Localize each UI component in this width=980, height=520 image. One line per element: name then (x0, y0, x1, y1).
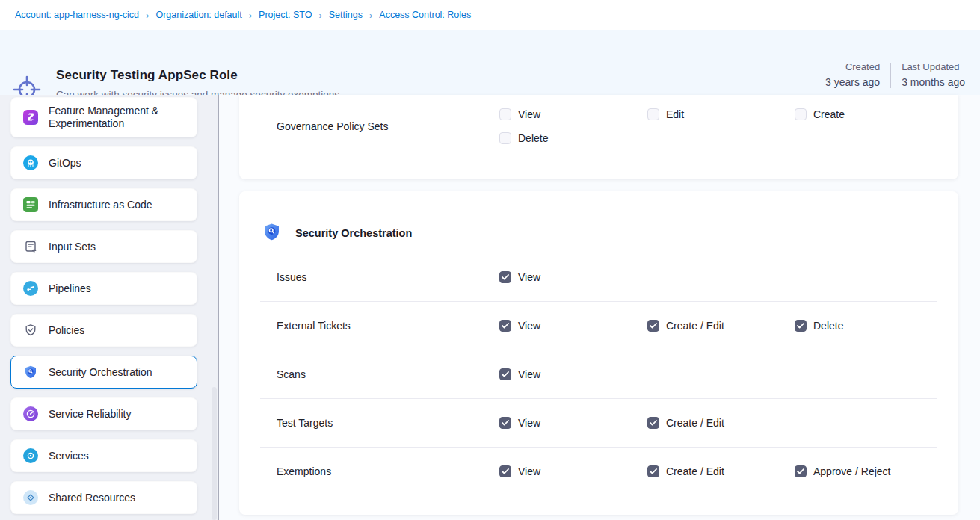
sidebar-item-label: Feature Management & Experimentation (49, 105, 188, 130)
permission-label: Create / Edit (666, 465, 724, 477)
permission-delete[interactable]: Delete (795, 320, 937, 332)
sidebar-item-input-sets[interactable]: Input Sets (10, 230, 197, 263)
checkbox-view[interactable] (499, 368, 511, 380)
page-header: Security Testing AppSec Role Can work wi… (0, 30, 980, 95)
role-meta: Created 3 years ago Last Updated 3 month… (825, 61, 965, 88)
breadcrumb-access-control-roles[interactable]: Access Control: Roles (379, 10, 471, 20)
resource-label-test-targets: Test Targets (277, 417, 499, 429)
pipelines-icon (23, 281, 38, 296)
breadcrumb-separator: › (146, 10, 149, 21)
sidebar-item-feature-management[interactable]: Feature Management & Experimentation (10, 97, 197, 137)
last-updated-value: 3 months ago (902, 76, 965, 88)
fme-icon (23, 110, 38, 125)
permission-label: Edit (666, 108, 684, 120)
security-orchestration-icon (23, 365, 38, 380)
breadcrumb-account[interactable]: Account: app-harness-ng-cicd (15, 10, 139, 20)
sidebar-item-label: Policies (49, 324, 84, 337)
breadcrumb-settings[interactable]: Settings (329, 10, 363, 20)
breadcrumb-separator: › (318, 10, 321, 21)
checkbox-view[interactable] (499, 271, 511, 283)
sidebar-item-service-reliability[interactable]: Service Reliability (10, 397, 197, 430)
resource-label-governance-policy-sets: Governance Policy Sets (277, 120, 499, 132)
checkbox-create-edit[interactable] (647, 465, 659, 477)
section-header: Security Orchestration (239, 191, 958, 253)
permission-create-edit[interactable]: Create / Edit (647, 417, 795, 429)
permission-label: Create / Edit (666, 417, 724, 429)
permission-label: View (518, 271, 540, 283)
permission-create-edit[interactable]: Create / Edit (647, 465, 795, 477)
checkbox-view[interactable] (499, 320, 511, 332)
permission-row-issues: Issues View (260, 253, 937, 301)
resource-label-issues: Issues (277, 271, 499, 283)
sidebar-scrollbar-thumb[interactable] (212, 387, 217, 520)
permission-row-scans: Scans View (260, 350, 937, 398)
permission-label: View (518, 108, 540, 120)
iac-icon (23, 197, 38, 212)
permission-view[interactable]: View (499, 320, 647, 332)
section-title: Security Orchestration (295, 227, 412, 239)
sidebar-scrollbar-track (218, 95, 219, 520)
permission-view[interactable]: View (499, 108, 647, 120)
sidebar-item-services[interactable]: Services (10, 439, 197, 472)
checkbox-create[interactable] (795, 108, 807, 120)
security-orchestration-shield-icon (262, 222, 282, 245)
breadcrumb-project[interactable]: Project: STO (259, 10, 312, 20)
security-orchestration-card: Security Orchestration Issues View Exter… (239, 191, 958, 515)
checkbox-view[interactable] (499, 108, 511, 120)
gitops-icon (23, 155, 38, 170)
sidebar-item-pipelines[interactable]: Pipelines (10, 272, 197, 305)
sidebar-item-security-orchestration[interactable]: Security Orchestration (10, 356, 197, 389)
sidebar-item-label: Services (49, 450, 89, 462)
sidebar-item-label: Pipelines (49, 282, 91, 295)
checkbox-create-edit[interactable] (647, 320, 659, 332)
permission-label: View (518, 417, 540, 429)
checkbox-delete[interactable] (795, 320, 807, 332)
sidebar-item-policies[interactable]: Policies (10, 314, 197, 347)
permission-row-external-tickets: External Tickets View Create / Edit Dele… (260, 301, 937, 350)
checkbox-delete[interactable] (499, 132, 511, 144)
service-reliability-icon (23, 406, 38, 421)
meta-divider (890, 63, 891, 88)
shared-resources-icon (23, 490, 38, 505)
sidebar-item-label: Input Sets (49, 241, 96, 253)
resource-label-external-tickets: External Tickets (277, 320, 499, 332)
page-title: Security Testing AppSec Role (56, 68, 238, 83)
checkbox-approve-reject[interactable] (795, 465, 807, 477)
sidebar-item-shared-resources[interactable]: Shared Resources (10, 481, 197, 514)
permission-label: Create / Edit (666, 320, 724, 332)
permission-create-edit[interactable]: Create / Edit (647, 320, 795, 332)
permission-row-exemptions: Exemptions View Create / Edit Approve / … (260, 447, 937, 495)
permission-label: Delete (518, 132, 548, 144)
breadcrumb-separator: › (369, 10, 372, 21)
permission-edit[interactable]: Edit (647, 108, 795, 120)
permission-view[interactable]: View (499, 368, 647, 380)
sidebar-item-gitops[interactable]: GitOps (10, 146, 197, 179)
checkbox-edit[interactable] (647, 108, 659, 120)
input-sets-icon (23, 239, 38, 254)
page-body: Feature Management & Experimentation Git… (0, 95, 980, 520)
permission-view[interactable]: View (499, 271, 647, 283)
permission-view[interactable]: View (499, 465, 647, 477)
resource-label-scans: Scans (277, 368, 499, 380)
permission-view[interactable]: View (499, 417, 647, 429)
services-icon (23, 448, 38, 463)
checkbox-create-edit[interactable] (647, 417, 659, 429)
permission-label: Create (813, 108, 845, 120)
permission-row-test-targets: Test Targets View Create / Edit (260, 398, 937, 447)
created-value: 3 years ago (825, 76, 880, 88)
checkbox-view[interactable] (499, 465, 511, 477)
module-list: Feature Management & Experimentation Git… (10, 97, 197, 520)
resource-label-exemptions: Exemptions (277, 465, 499, 477)
breadcrumb-organization[interactable]: Organization: default (155, 10, 241, 20)
sidebar-item-label: Service Reliability (49, 408, 131, 421)
permission-approve-reject[interactable]: Approve / Reject (795, 465, 937, 477)
last-updated-label: Last Updated (902, 61, 965, 72)
governance-permissions-card: Governance Policy Sets View Edit Create (239, 95, 958, 179)
permission-create[interactable]: Create (795, 108, 937, 120)
sidebar-item-label: Infrastructure as Code (49, 199, 152, 211)
sidebar-item-infrastructure-as-code[interactable]: Infrastructure as Code (10, 188, 197, 221)
checkbox-view[interactable] (499, 417, 511, 429)
permission-delete[interactable]: Delete (499, 132, 647, 144)
breadcrumb-separator: › (249, 10, 252, 21)
permission-label: View (518, 320, 540, 332)
